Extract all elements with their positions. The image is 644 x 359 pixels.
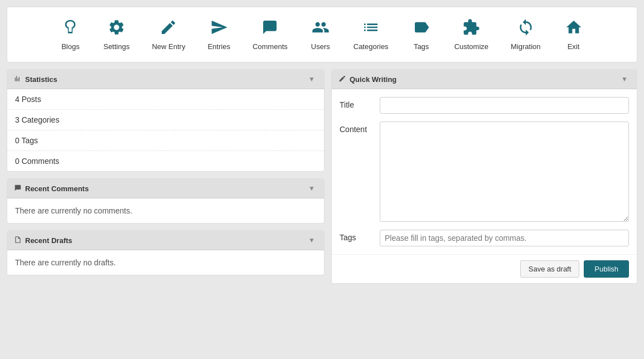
quick-writing-body: Title Content Tags: [332, 89, 637, 254]
quick-writing-collapse-button[interactable]: ▼: [619, 74, 630, 84]
tags-input[interactable]: [380, 230, 629, 246]
statistics-header-left: Statistics: [14, 75, 57, 84]
left-column: Statistics ▼ 4 Posts 3 Categories 0 Tags…: [7, 69, 325, 284]
nav-items-container: Blogs Settings New Entry: [51, 14, 593, 55]
tags-icon: [413, 18, 430, 40]
quick-writing-footer: Save as draft Publish: [332, 254, 637, 283]
quick-writing-panel: Quick Writing ▼ Title Content Tags: [331, 69, 637, 284]
save-draft-button[interactable]: Save as draft: [520, 260, 580, 278]
nav-item-tags[interactable]: Tags: [402, 14, 441, 55]
blogs-label: Blogs: [61, 42, 80, 51]
top-navigation: Blogs Settings New Entry: [7, 7, 637, 62]
recent-drafts-icon: [14, 236, 22, 245]
nav-item-settings[interactable]: Settings: [94, 14, 138, 55]
quick-writing-title: Quick Writing: [350, 75, 396, 84]
tags-label: Tags: [340, 230, 373, 242]
title-label: Title: [340, 97, 373, 109]
nav-item-migration[interactable]: Migration: [502, 14, 549, 55]
title-input[interactable]: [380, 97, 629, 114]
customize-icon: [462, 18, 480, 40]
recent-drafts-title: Recent Drafts: [25, 236, 72, 245]
recent-drafts-body: There are currently no drafts.: [7, 250, 324, 275]
new-entry-label: New Entry: [152, 42, 185, 51]
content-row: Content: [340, 122, 629, 222]
nav-item-new-entry[interactable]: New Entry: [143, 14, 194, 55]
users-icon: [312, 18, 330, 40]
recent-comments-empty: There are currently no comments.: [15, 206, 132, 215]
content-label: Content: [340, 122, 373, 134]
settings-icon: [108, 18, 125, 40]
stats-comments: 0 Comments: [7, 151, 324, 171]
quick-writing-header-left: Quick Writing: [338, 75, 396, 84]
statistics-collapse-button[interactable]: ▼: [306, 74, 317, 84]
publish-button[interactable]: Publish: [584, 260, 629, 278]
quick-writing-icon: [338, 75, 346, 84]
recent-drafts-panel: Recent Drafts ▼ There are currently no d…: [7, 230, 325, 275]
recent-comments-icon: [14, 184, 22, 193]
main-content: Statistics ▼ 4 Posts 3 Categories 0 Tags…: [7, 69, 637, 284]
recent-comments-body: There are currently no comments.: [7, 198, 324, 223]
migration-label: Migration: [511, 42, 540, 51]
recent-comments-title: Recent Comments: [25, 185, 89, 193]
tags-label: Tags: [414, 42, 429, 51]
quick-writing-header: Quick Writing ▼: [332, 70, 637, 89]
exit-label: Exit: [568, 42, 580, 51]
categories-label: Categories: [354, 42, 389, 51]
statistics-title: Statistics: [25, 75, 57, 84]
nav-item-customize[interactable]: Customize: [446, 14, 497, 55]
statistics-icon: [14, 75, 22, 84]
statistics-list: 4 Posts 3 Categories 0 Tags 0 Comments: [7, 89, 324, 171]
exit-icon: [565, 18, 583, 40]
new-entry-icon: [159, 18, 177, 40]
recent-drafts-header-left: Recent Drafts: [14, 236, 72, 245]
customize-label: Customize: [454, 42, 488, 51]
stats-tags: 0 Tags: [7, 130, 324, 151]
stats-categories: 3 Categories: [7, 110, 324, 130]
recent-comments-header-left: Recent Comments: [14, 184, 89, 193]
stats-posts: 4 Posts: [7, 89, 324, 110]
blogs-icon: [61, 18, 79, 40]
entries-label: Entries: [207, 42, 230, 51]
recent-comments-header: Recent Comments ▼: [7, 179, 324, 198]
nav-item-exit[interactable]: Exit: [554, 14, 593, 55]
users-label: Users: [311, 42, 330, 51]
comments-icon: [261, 18, 279, 40]
comments-label: Comments: [253, 42, 288, 51]
right-column: Quick Writing ▼ Title Content Tags: [331, 69, 637, 284]
recent-drafts-empty: There are currently no drafts.: [15, 258, 116, 267]
content-textarea[interactable]: [380, 122, 629, 222]
nav-item-blogs[interactable]: Blogs: [51, 14, 90, 55]
recent-comments-collapse-button[interactable]: ▼: [306, 183, 317, 193]
title-row: Title: [340, 97, 629, 114]
recent-drafts-header: Recent Drafts ▼: [7, 231, 324, 250]
categories-icon: [362, 18, 380, 40]
entries-icon: [210, 18, 228, 40]
nav-item-comments[interactable]: Comments: [244, 14, 297, 55]
nav-item-entries[interactable]: Entries: [198, 14, 239, 55]
tags-row: Tags: [340, 230, 629, 246]
nav-item-users[interactable]: Users: [301, 14, 340, 55]
statistics-header: Statistics ▼: [7, 70, 324, 89]
settings-label: Settings: [103, 42, 129, 51]
recent-drafts-collapse-button[interactable]: ▼: [306, 235, 317, 245]
recent-comments-panel: Recent Comments ▼ There are currently no…: [7, 178, 325, 224]
nav-item-categories[interactable]: Categories: [345, 14, 398, 55]
statistics-panel: Statistics ▼ 4 Posts 3 Categories 0 Tags…: [7, 69, 325, 172]
migration-icon: [517, 18, 535, 40]
